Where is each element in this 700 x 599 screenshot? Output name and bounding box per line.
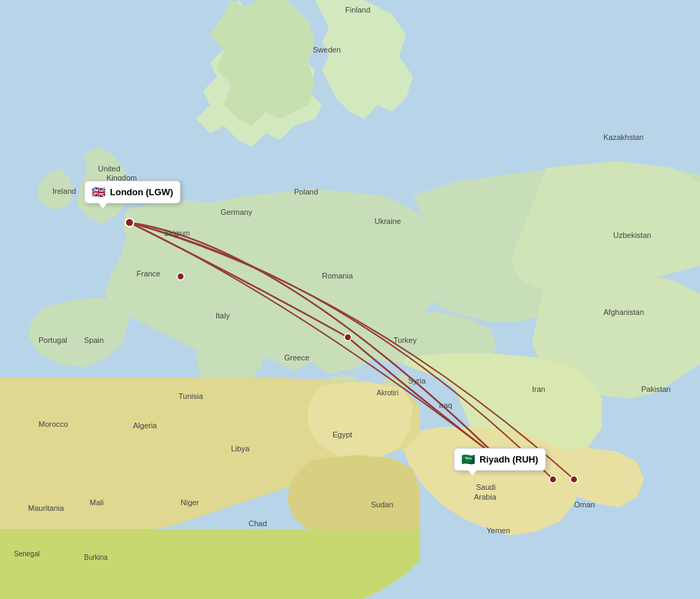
svg-text:Germany: Germany [220, 208, 253, 216]
svg-text:Akrotiri: Akrotiri [377, 389, 398, 397]
svg-text:Algeria: Algeria [133, 421, 158, 430]
svg-text:United: United [98, 164, 120, 173]
svg-text:Belgium: Belgium [164, 230, 190, 237]
riyadh-flag: 🇸🇦 [461, 453, 475, 466]
svg-text:Saudi: Saudi [476, 483, 496, 491]
svg-text:Ukraine: Ukraine [374, 217, 401, 225]
svg-text:Uzbekistan: Uzbekistan [613, 231, 651, 239]
svg-text:Tunisia: Tunisia [178, 392, 204, 400]
svg-text:Turkey: Turkey [393, 336, 417, 344]
svg-text:Finland: Finland [345, 6, 370, 14]
svg-text:Syria: Syria [408, 376, 426, 385]
map-container: Ireland United Kingdom Finland Sweden Be… [0, 0, 700, 599]
svg-point-5 [550, 476, 556, 483]
svg-point-2 [344, 334, 351, 341]
svg-text:Greece: Greece [284, 353, 309, 362]
svg-point-1 [177, 273, 184, 280]
svg-text:Poland: Poland [294, 188, 318, 196]
svg-text:Morocco: Morocco [38, 420, 68, 428]
svg-text:Arabia: Arabia [474, 493, 497, 501]
svg-text:France: France [136, 269, 160, 278]
svg-text:Mauritania: Mauritania [28, 504, 64, 512]
svg-point-3 [125, 218, 134, 227]
svg-text:Romania: Romania [322, 272, 354, 280]
svg-text:Senegal: Senegal [14, 550, 40, 558]
london-tooltip: 🇬🇧 London (LGW) [84, 181, 181, 204]
riyadh-label: Riyadh (RUH) [479, 454, 538, 465]
london-label: London (LGW) [110, 187, 173, 197]
svg-text:Italy: Italy [216, 311, 230, 320]
riyadh-tooltip: 🇸🇦 Riyadh (RUH) [454, 448, 546, 471]
svg-text:Mali: Mali [90, 498, 104, 507]
london-flag: 🇬🇧 [92, 185, 106, 199]
map-svg: Ireland United Kingdom Finland Sweden Be… [0, 0, 700, 599]
svg-text:Chad: Chad [248, 519, 267, 528]
svg-text:Burkina: Burkina [84, 554, 108, 561]
svg-text:Sweden: Sweden [313, 45, 341, 54]
svg-text:Ireland: Ireland [52, 187, 76, 195]
svg-text:Niger: Niger [181, 498, 200, 507]
svg-text:Oman: Oman [574, 500, 595, 509]
svg-text:Egypt: Egypt [332, 430, 352, 439]
svg-text:Kazakhstan: Kazakhstan [603, 133, 643, 141]
svg-text:Pakistan: Pakistan [641, 385, 671, 393]
svg-text:Iraq: Iraq [439, 401, 452, 409]
svg-text:Portugal: Portugal [38, 336, 67, 344]
svg-text:Sudan: Sudan [371, 500, 393, 509]
svg-text:Iran: Iran [532, 385, 545, 393]
svg-text:Spain: Spain [84, 336, 104, 344]
svg-text:Yemen: Yemen [486, 526, 510, 535]
svg-text:Libya: Libya [231, 444, 250, 453]
svg-text:Afghanistan: Afghanistan [603, 308, 644, 316]
svg-point-6 [570, 476, 578, 483]
